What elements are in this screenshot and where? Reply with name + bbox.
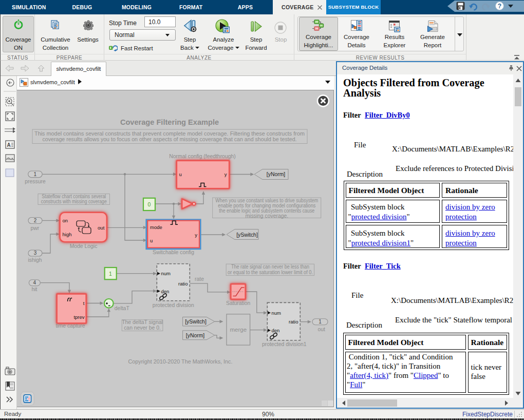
svg-text:1: 1	[319, 319, 322, 324]
svg-text:time capture: time capture	[55, 323, 85, 329]
svg-text:ishigh: ishigh	[28, 257, 42, 263]
svg-text:can never be 0.: can never be 0.	[124, 325, 161, 331]
svg-text:y: y	[224, 171, 227, 177]
svg-text:?: ?	[498, 3, 501, 10]
svg-text:ratio: ratio	[289, 319, 298, 324]
svg-text:This model contains several co: This model contains several constructs t…	[34, 131, 305, 137]
svg-text:Normal config (feedthrough): Normal config (feedthrough)	[169, 154, 235, 159]
svg-text:num: num	[161, 271, 171, 276]
svg-text:t: t	[83, 300, 85, 306]
svg-text:1: 1	[109, 271, 112, 277]
svg-text:out: out	[318, 327, 326, 332]
svg-text:Switchable config: Switchable config	[153, 250, 194, 255]
svg-text:y: y	[195, 232, 197, 238]
svg-text:pressure: pressure	[25, 179, 46, 184]
svg-text:0: 0	[148, 201, 151, 207]
svg-text:protected division1: protected division1	[262, 341, 307, 347]
svg-text:hit: hit	[32, 287, 38, 292]
svg-text:[yNorm]: [yNorm]	[186, 333, 204, 338]
svg-text:on: on	[63, 218, 68, 223]
svg-text:constructs with missing covera: constructs with missing coverage	[41, 199, 107, 204]
svg-text:coverage results allows you to: coverage results allows you to focus on …	[43, 137, 297, 142]
svg-text:3: 3	[34, 250, 37, 256]
svg-text:4: 4	[33, 280, 36, 285]
svg-text:Copyright 2010-2020 The MathWo: Copyright 2010-2020 The MathWorks, Inc.	[128, 358, 232, 365]
svg-text:[yNorm]: [yNorm]	[267, 171, 285, 177]
svg-text:num: num	[272, 310, 282, 316]
svg-text:den: den	[161, 289, 170, 294]
svg-text:deltaT: deltaT	[115, 306, 130, 311]
svg-text:u: u	[150, 238, 153, 243]
svg-text:missing coverage.: missing coverage.	[245, 213, 288, 219]
svg-text:or equal to the saturation low: or equal to the saturation lower limit o…	[228, 270, 313, 275]
svg-text:mode: mode	[150, 224, 162, 230]
svg-text:out: out	[98, 225, 105, 231]
svg-text:[ySwitch]: [ySwitch]	[185, 319, 207, 324]
svg-text:rate: rate	[195, 276, 204, 282]
svg-text:pwr: pwr	[30, 225, 39, 231]
svg-text:1: 1	[34, 171, 37, 177]
svg-text:[ySwitch]: [ySwitch]	[236, 232, 258, 238]
svg-text:Coverage Filtering Example: Coverage Filtering Example	[120, 118, 219, 126]
svg-text:high: high	[63, 232, 72, 237]
svg-text:merge: merge	[230, 327, 247, 333]
svg-text:protected division: protected division	[153, 302, 194, 308]
svg-text:2: 2	[34, 218, 37, 223]
svg-text:tprev: tprev	[73, 314, 84, 320]
svg-text:den: den	[272, 328, 280, 333]
svg-text:ratio: ratio	[178, 281, 188, 287]
svg-text:u: u	[179, 171, 182, 177]
svg-text:Mode Logic: Mode Logic	[70, 243, 98, 249]
svg-text:The rate signal can never be l: The rate signal can never be less than	[231, 264, 309, 270]
svg-text:Saturation: Saturation	[226, 300, 251, 306]
svg-text:A: A	[7, 142, 11, 148]
svg-text:The deltaT signal: The deltaT signal	[122, 319, 163, 325]
